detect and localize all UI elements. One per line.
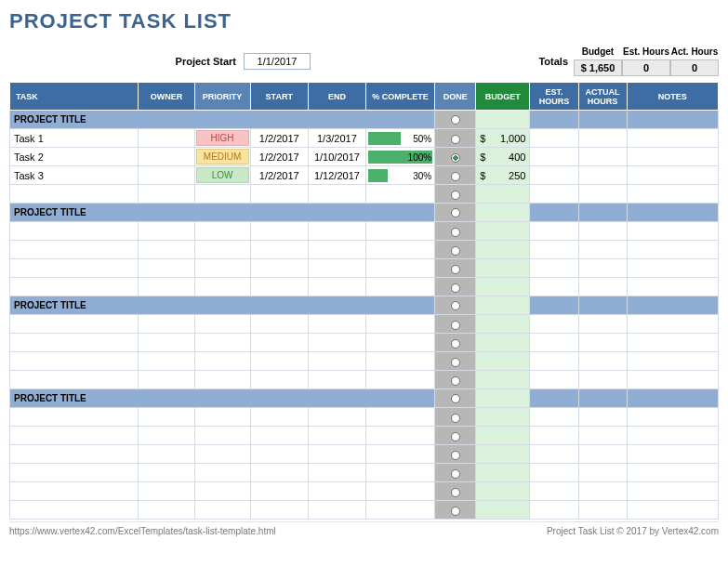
task-cell[interactable] xyxy=(10,464,139,482)
owner-cell[interactable] xyxy=(139,427,194,445)
done-cell[interactable] xyxy=(435,278,476,296)
act-cell[interactable] xyxy=(578,482,627,501)
priority-cell[interactable] xyxy=(194,445,250,464)
act-cell[interactable] xyxy=(578,408,627,427)
pc-cell[interactable]: 100% xyxy=(365,148,434,166)
budget-cell[interactable] xyxy=(476,389,530,408)
end-cell[interactable]: 1/10/2017 xyxy=(308,148,365,166)
start-cell[interactable]: 1/2/2017 xyxy=(250,166,308,185)
est-cell[interactable] xyxy=(530,445,578,464)
priority-cell[interactable] xyxy=(194,371,250,389)
priority-cell[interactable]: HIGH xyxy=(194,129,250,148)
pc-cell[interactable] xyxy=(365,241,434,259)
budget-cell[interactable] xyxy=(476,371,530,389)
section-title[interactable]: PROJECT TITLE xyxy=(10,111,435,129)
est-cell[interactable] xyxy=(530,259,578,278)
task-cell[interactable] xyxy=(10,278,139,296)
start-cell[interactable] xyxy=(250,222,308,241)
owner-cell[interactable] xyxy=(139,464,194,482)
done-cell[interactable] xyxy=(435,482,476,501)
est-cell[interactable] xyxy=(530,408,578,427)
done-radio[interactable] xyxy=(451,191,460,200)
act-cell[interactable] xyxy=(578,222,627,241)
task-cell[interactable] xyxy=(10,408,139,427)
start-cell[interactable] xyxy=(250,241,308,259)
end-cell[interactable] xyxy=(308,278,365,296)
section-title[interactable]: PROJECT TITLE xyxy=(10,204,435,222)
budget-cell[interactable] xyxy=(476,111,530,129)
end-cell[interactable] xyxy=(308,464,365,482)
act-cell[interactable] xyxy=(578,129,627,148)
budget-cell[interactable] xyxy=(476,464,530,482)
task-cell[interactable]: Task 1 xyxy=(10,129,139,148)
est-cell[interactable] xyxy=(530,371,578,389)
end-cell[interactable]: 1/3/2017 xyxy=(308,129,365,148)
owner-cell[interactable] xyxy=(139,315,194,334)
pc-cell[interactable] xyxy=(365,315,434,334)
task-cell[interactable] xyxy=(10,445,139,464)
priority-cell[interactable] xyxy=(194,334,250,352)
pc-cell[interactable] xyxy=(365,278,434,296)
end-cell[interactable] xyxy=(308,501,365,520)
done-cell[interactable] xyxy=(435,371,476,389)
owner-cell[interactable] xyxy=(139,501,194,520)
priority-cell[interactable] xyxy=(194,427,250,445)
done-radio[interactable] xyxy=(451,283,460,293)
start-cell[interactable]: 1/2/2017 xyxy=(250,148,308,166)
done-radio[interactable] xyxy=(451,246,460,256)
task-cell[interactable] xyxy=(10,185,139,204)
done-radio[interactable] xyxy=(451,358,460,367)
done-cell[interactable] xyxy=(435,241,476,259)
est-cell[interactable] xyxy=(530,464,578,482)
done-cell[interactable] xyxy=(435,315,476,334)
budget-cell[interactable] xyxy=(476,278,530,296)
footer-link[interactable]: https://www.vertex42.com/ExcelTemplates/… xyxy=(9,526,276,536)
est-cell[interactable] xyxy=(530,334,578,352)
done-radio[interactable] xyxy=(451,321,460,330)
pc-cell[interactable] xyxy=(365,334,434,352)
owner-cell[interactable] xyxy=(139,482,194,501)
done-cell[interactable] xyxy=(435,334,476,352)
priority-cell[interactable] xyxy=(194,352,250,371)
start-cell[interactable] xyxy=(250,315,308,334)
done-cell[interactable] xyxy=(435,389,476,408)
priority-cell[interactable]: MEDIUM xyxy=(194,148,250,166)
start-cell[interactable] xyxy=(250,427,308,445)
done-cell[interactable] xyxy=(435,408,476,427)
done-cell[interactable] xyxy=(435,204,476,222)
notes-cell[interactable] xyxy=(627,129,718,148)
done-radio[interactable] xyxy=(451,339,460,349)
priority-cell[interactable] xyxy=(194,185,250,204)
priority-cell[interactable] xyxy=(194,464,250,482)
start-cell[interactable] xyxy=(250,445,308,464)
act-cell[interactable] xyxy=(578,334,627,352)
priority-cell[interactable]: LOW xyxy=(194,166,250,185)
done-cell[interactable] xyxy=(435,501,476,520)
done-radio[interactable] xyxy=(451,265,460,274)
done-cell[interactable] xyxy=(435,445,476,464)
start-cell[interactable] xyxy=(250,501,308,520)
done-radio[interactable] xyxy=(451,414,460,423)
task-cell[interactable] xyxy=(10,352,139,371)
section-title[interactable]: PROJECT TITLE xyxy=(10,389,435,408)
end-cell[interactable] xyxy=(308,222,365,241)
pc-cell[interactable] xyxy=(365,427,434,445)
task-cell[interactable] xyxy=(10,482,139,501)
pc-cell[interactable] xyxy=(365,352,434,371)
est-cell[interactable] xyxy=(530,222,578,241)
done-radio[interactable] xyxy=(451,507,460,516)
notes-cell[interactable] xyxy=(627,185,718,204)
budget-cell[interactable] xyxy=(476,427,530,445)
est-cell[interactable] xyxy=(530,129,578,148)
owner-cell[interactable] xyxy=(139,185,194,204)
act-cell[interactable] xyxy=(578,464,627,482)
task-cell[interactable]: Task 2 xyxy=(10,148,139,166)
notes-cell[interactable] xyxy=(627,148,718,166)
end-cell[interactable] xyxy=(308,185,365,204)
notes-cell[interactable] xyxy=(627,315,718,334)
act-cell[interactable] xyxy=(578,259,627,278)
end-cell[interactable] xyxy=(308,445,365,464)
done-radio[interactable] xyxy=(451,488,460,497)
end-cell[interactable] xyxy=(308,371,365,389)
pc-cell[interactable]: 50% xyxy=(365,129,434,148)
